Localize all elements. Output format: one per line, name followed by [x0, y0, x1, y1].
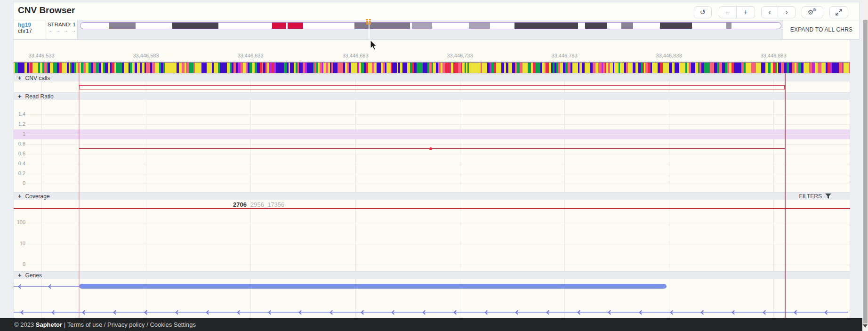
ideogram-band [621, 23, 633, 29]
section-header-cnv-calls[interactable]: + CNV calls [13, 74, 850, 81]
ideogram-band [514, 23, 578, 29]
read-ratio-gridline [27, 124, 850, 125]
expand-section-icon[interactable]: + [18, 193, 22, 199]
expand-all-chrs-button[interactable]: EXPAND TO ALL CHRS [783, 20, 860, 40]
zoom-out-button[interactable]: − [719, 6, 737, 18]
sample-id: 2956_17356 [250, 201, 284, 208]
ideogram-band [469, 23, 490, 29]
section-header-coverage[interactable]: + Coverage FILTERS [13, 192, 850, 200]
reset-view-button[interactable]: ↺ [694, 6, 712, 18]
undo-icon: ↺ [700, 8, 706, 16]
ideogram-band [726, 23, 731, 29]
pan-left-button[interactable]: ‹ [761, 6, 778, 18]
coverage-tick-label: 100 [11, 219, 25, 225]
read-ratio-gridline [27, 174, 850, 174]
section-label: Coverage [25, 193, 50, 200]
read-ratio-tick-label: 1 [11, 131, 25, 137]
read-ratio-gridline [27, 114, 850, 115]
gene-intron-line [14, 312, 848, 313]
ideogram-band [412, 23, 432, 29]
filters-label: FILTERS [799, 193, 822, 200]
scrollbar-thumb[interactable] [863, 20, 868, 323]
page-scrollbar [862, 0, 868, 331]
gene-exon-bar[interactable] [79, 284, 667, 289]
copyright-text: © 2023 [14, 321, 34, 328]
brand-name: Saphetor [36, 321, 62, 328]
coverage-line [14, 208, 850, 209]
ideogram-band [354, 23, 410, 29]
chromosome-label: chr17 [18, 28, 32, 34]
cnv-region-start-line [79, 73, 80, 318]
read-ratio-tick-label: 0 [11, 180, 25, 186]
expand-section-icon[interactable]: + [18, 93, 22, 99]
read-ratio-point[interactable] [429, 147, 432, 150]
terms-of-use-link[interactable]: Terms of use [67, 321, 102, 328]
read-ratio-gridline [27, 154, 850, 154]
read-ratio-tick-label: 1.4 [11, 111, 25, 117]
ideogram-band [660, 23, 692, 29]
cnv-browser-app: CNV Browser ↺ − + ‹ › ⚙ ⚙ hg19 chr17 STR… [0, 0, 868, 331]
read-ratio-gridline [27, 184, 850, 184]
cnv-region-end-line [785, 73, 786, 318]
read-ratio-gridline [27, 144, 850, 145]
chevron-right-icon: › [785, 8, 788, 17]
filter-funnel-icon [825, 194, 831, 199]
assembly-link[interactable]: hg19 [18, 22, 31, 28]
ruler-tick-label: 33,446,683 [342, 53, 368, 58]
sequence-base [849, 63, 850, 73]
expand-section-icon[interactable]: + [18, 75, 22, 81]
ruler-tick-label: 33,446,733 [447, 53, 473, 58]
section-label: Read Ratio [25, 93, 54, 100]
filters-button[interactable]: FILTERS [799, 193, 850, 200]
read-ratio-gridline [27, 134, 850, 135]
footer: © 2023 Saphetor | Terms of use / Privacy… [0, 318, 862, 331]
cnv-call-region[interactable] [79, 85, 785, 89]
position-marker-icon [366, 19, 371, 25]
ruler-tick-label: 33,446,783 [551, 53, 577, 58]
ruler-tick-label: 33,446,633 [237, 53, 263, 58]
divider [13, 40, 860, 40]
section-label: Genes [25, 272, 42, 279]
cookies-settings-link[interactable]: Cookies Settings [150, 321, 196, 328]
minus-icon: − [725, 8, 730, 16]
pan-right-button[interactable]: › [778, 6, 796, 18]
section-header-genes[interactable]: + Genes [13, 271, 850, 279]
ruler-tick-label: 33,446,833 [656, 53, 682, 58]
divider [77, 20, 78, 40]
ideogram-band [585, 23, 608, 29]
sequence-track [14, 62, 850, 73]
read-ratio-gridline [27, 164, 850, 164]
chromosome-ideogram[interactable] [80, 22, 781, 29]
ruler-tick-label: 33,446,583 [133, 53, 159, 58]
section-header-read-ratio[interactable]: + Read Ratio [13, 92, 850, 100]
coverage-gridline [27, 244, 850, 244]
privacy-policy-link[interactable]: Privacy policy [107, 321, 145, 328]
read-ratio-tick-label: 0.2 [11, 170, 25, 176]
expand-section-icon[interactable]: + [18, 272, 22, 278]
mouse-cursor [370, 40, 378, 53]
zoom-in-button[interactable]: + [737, 6, 755, 18]
ruler-tick-label: 33,446,533 [28, 53, 54, 58]
read-ratio-tick-label: 0.4 [11, 161, 25, 166]
coverage-gridline [27, 223, 850, 223]
ruler-tick-label: 33,446,883 [760, 53, 786, 58]
page-title: CNV Browser [18, 5, 75, 16]
chevron-left-icon: ‹ [768, 8, 771, 17]
read-ratio-tick-label: 0.6 [11, 151, 25, 156]
coverage-gridline [27, 265, 850, 265]
section-label: CNV calls [25, 75, 50, 81]
ideogram-band [109, 23, 136, 29]
settings-button[interactable]: ⚙ ⚙ [802, 6, 823, 18]
gears-icon: ⚙ [812, 8, 816, 12]
coverage-value: 2706 [216, 201, 247, 208]
read-ratio-tick-label: 0.8 [11, 141, 25, 146]
ideogram-band [272, 23, 286, 29]
fullscreen-button[interactable] [829, 6, 848, 18]
strand-label: STRAND: 1 [46, 22, 77, 27]
strand-arrows-icon: → → → → [46, 28, 77, 33]
scroll-down-icon[interactable] [863, 324, 868, 328]
expand-icon [836, 9, 842, 16]
ideogram-band [288, 23, 303, 29]
coverage-tick-label: 0 [11, 261, 25, 267]
gene-intron-line [14, 286, 80, 287]
